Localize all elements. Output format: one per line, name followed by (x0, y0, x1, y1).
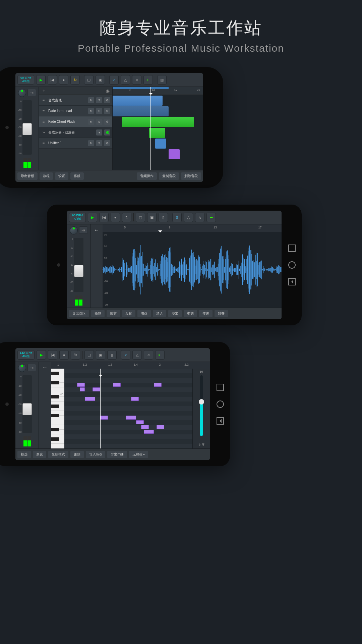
record-button[interactable]: ● (111, 213, 120, 222)
loop-button[interactable]: ↻ (71, 350, 80, 360)
bottom-button[interactable]: 增益 (137, 310, 151, 317)
back-button[interactable]: ← (40, 363, 50, 372)
track-row[interactable]: ≡Fade Chord PluckMS⚙ (39, 116, 112, 127)
bottom-button[interactable]: 设置 (55, 172, 68, 180)
folder-button[interactable]: ▢ (136, 213, 145, 222)
snap-button[interactable]: ⇤ (206, 213, 216, 222)
track-chip[interactable]: ⚙ (104, 140, 110, 146)
loop-button[interactable]: ↻ (70, 75, 80, 85)
android-home[interactable] (217, 400, 224, 408)
bottom-button[interactable]: 复制模式 (48, 451, 68, 458)
master-knob[interactable] (18, 89, 26, 97)
bottom-button[interactable]: 对齐 (215, 310, 228, 317)
piano-roll[interactable]: C4 (51, 369, 210, 448)
snap-button[interactable]: ⇤ (155, 350, 165, 360)
android-recents[interactable] (288, 245, 296, 252)
track-row[interactable]: ≡合成吉他MS⚙ (39, 95, 112, 106)
master-fader[interactable]: 0-10-20-30-40-50-60 (74, 238, 83, 292)
save-button[interactable]: ▣ (96, 350, 105, 360)
save-button[interactable]: ▣ (147, 213, 157, 222)
track-row[interactable]: ≡Fade Intro LeadMS⚙ (39, 106, 112, 116)
bottom-button[interactable]: 教程 (40, 172, 53, 180)
bottom-button[interactable]: 删除 (70, 451, 84, 458)
rewind-button[interactable]: |◀ (99, 213, 109, 222)
android-back[interactable] (217, 417, 224, 425)
notes-button[interactable]: ♫ (195, 213, 204, 222)
master-fader[interactable]: 0-10-20-30-40-50-60 (22, 100, 32, 155)
track-chip[interactable]: S (96, 97, 102, 103)
bottom-button[interactable]: 多选 (33, 451, 46, 458)
enlarge-button[interactable]: ⇥ (27, 364, 36, 371)
track-chip[interactable]: ⚙ (104, 108, 110, 114)
save-button[interactable]: ▣ (96, 75, 105, 85)
snap-button[interactable]: ⇤ (143, 75, 153, 85)
track-chip[interactable]: S (96, 108, 102, 114)
track-row[interactable]: ≡Uplifter 1MS⚙ (39, 138, 112, 149)
track-chip[interactable]: M (88, 119, 94, 125)
velocity-slider[interactable] (200, 375, 203, 436)
android-home[interactable] (288, 261, 296, 269)
play-button[interactable]: ▶ (88, 213, 97, 222)
bottom-button[interactable]: 反转 (122, 310, 135, 317)
bottom-button[interactable]: 删除音段 (181, 172, 201, 180)
bottom-button[interactable]: 裁剪 (107, 310, 120, 317)
metronome-button[interactable]: △ (132, 350, 142, 360)
loop-button[interactable]: ↻ (122, 213, 131, 222)
piano-keys[interactable]: C4 (51, 369, 64, 448)
doc-button[interactable]: ▯ (159, 213, 168, 222)
chord-select[interactable]: 无和弦 ▾ (129, 451, 148, 458)
bottom-button[interactable]: 复制音段 (159, 172, 179, 180)
bottom-button[interactable]: 淡出 (168, 310, 182, 317)
track-fx-row[interactable]: ⤷合成乐器 - 滤波器▾⏻ (39, 127, 112, 138)
track-chip[interactable]: ⚙ (104, 97, 110, 103)
mixer-button[interactable]: ⎚ (172, 213, 182, 222)
timeline[interactable]: 9131721 (113, 87, 203, 170)
record-button[interactable]: ● (59, 350, 69, 360)
play-button[interactable]: ▶ (36, 75, 46, 85)
enlarge-button[interactable]: ⇥ (79, 226, 88, 234)
bottom-button[interactable]: 音频操作 (137, 172, 157, 180)
master-knob[interactable] (18, 364, 26, 372)
bottom-button[interactable]: 导出midi (107, 451, 127, 458)
collapse-icon[interactable]: ◉ (106, 88, 110, 94)
waveform-area[interactable]: 591317 3020100-10-20-30 (103, 224, 282, 308)
doc-button[interactable]: ▯ (107, 350, 117, 360)
add-track-icon[interactable]: ＋ (42, 88, 46, 94)
bottom-button[interactable]: 变调 (184, 310, 197, 317)
notes-button[interactable]: ♫ (132, 75, 141, 85)
bottom-button[interactable]: 客服 (70, 172, 84, 180)
folder-button[interactable]: ▢ (84, 75, 94, 85)
bottom-button[interactable]: 导出选区 (69, 310, 89, 317)
record-button[interactable]: ● (59, 75, 68, 85)
track-chip[interactable]: S (96, 119, 102, 125)
track-chip[interactable]: M (88, 108, 94, 114)
bpm-button[interactable]: 90 BPM4/4拍 (17, 75, 34, 85)
back-button[interactable]: ← (91, 226, 102, 234)
track-chip[interactable]: M (88, 97, 94, 103)
master-fader[interactable]: 0-10-20-30-40-50-60 (22, 375, 32, 433)
track-chip[interactable]: ⚙ (104, 119, 110, 125)
notes-button[interactable]: ♫ (144, 350, 153, 360)
track-chip[interactable]: S (96, 140, 102, 146)
play-button[interactable]: ▶ (37, 350, 46, 360)
bottom-button[interactable]: 淡入 (153, 310, 166, 317)
bpm-button[interactable]: 142 BPM4/4拍 (17, 350, 35, 360)
rewind-button[interactable]: |◀ (48, 75, 57, 85)
metronome-button[interactable]: △ (184, 213, 193, 222)
bottom-button[interactable]: 变速 (199, 310, 213, 317)
bpm-button[interactable]: 90 BPM4/4拍 (69, 213, 86, 222)
mixer-button[interactable]: ⎚ (109, 75, 119, 85)
piano-button[interactable]: ▥ (157, 75, 167, 85)
bottom-button[interactable]: 导入midi (86, 451, 105, 458)
rewind-button[interactable]: |◀ (48, 350, 57, 360)
folder-button[interactable]: ▢ (84, 350, 94, 360)
bottom-button[interactable]: 撤销 (91, 310, 105, 317)
bottom-button[interactable]: 导出音频 (17, 172, 38, 180)
bottom-button[interactable]: 框选 (17, 451, 31, 458)
track-chip[interactable]: M (88, 140, 94, 146)
enlarge-button[interactable]: ⇥ (27, 89, 36, 96)
mixer-button[interactable]: ⎚ (121, 350, 130, 360)
master-knob[interactable] (70, 226, 78, 234)
android-back[interactable] (288, 278, 296, 285)
android-recents[interactable] (217, 384, 224, 391)
